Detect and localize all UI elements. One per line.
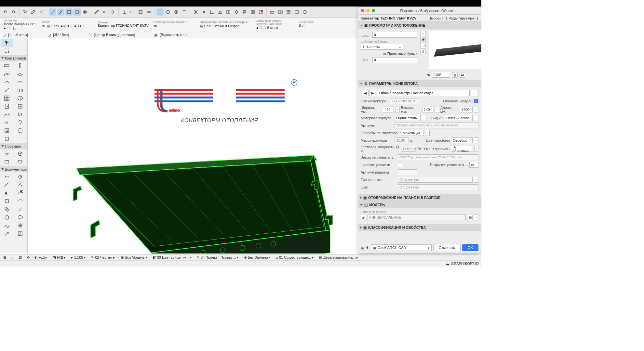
shell-tool[interactable]: [14, 78, 26, 86]
proj3[interactable]: [1, 158, 13, 166]
view2d-value[interactable]: Полный показ: [445, 115, 473, 121]
view-front-icon[interactable]: ▭: [420, 43, 426, 48]
height-chev[interactable]: ›: [435, 107, 439, 112]
object-tool[interactable]: [1, 119, 13, 126]
mesh-tool[interactable]: [14, 94, 26, 102]
lamp-tool[interactable]: [14, 119, 26, 126]
view-iso-icon[interactable]: ◈: [420, 37, 426, 42]
tool-b-icon[interactable]: [129, 8, 136, 16]
proj2[interactable]: [14, 150, 26, 158]
linked-value[interactable]: 1. 1-й этаж: [260, 26, 278, 30]
status-s1[interactable]: ✎02 Чертеж▸: [90, 255, 116, 260]
doc7[interactable]: [1, 205, 13, 213]
length-value[interactable]: 2400: [460, 107, 473, 112]
tab-3d[interactable]: ◫[3D / Все]: [47, 33, 69, 37]
marquee-tool[interactable]: [1, 47, 13, 55]
status-scale[interactable]: ▸1:100▸: [70, 255, 87, 260]
morph2-tool[interactable]: [1, 135, 13, 143]
tab-interaction[interactable]: ⚐[Центр Взаимодействия]: [88, 33, 135, 37]
status-nd1[interactable]: ◐Н/Д▸: [33, 255, 49, 260]
tool-e-icon[interactable]: [165, 8, 172, 16]
document-header[interactable]: Документиро: [0, 166, 27, 172]
z2-input[interactable]: [372, 57, 417, 63]
material-value[interactable]: Оцинк.сталь: [395, 115, 421, 121]
flag-icon[interactable]: [241, 8, 248, 16]
ico8[interactable]: [257, 8, 264, 16]
floor-select[interactable]: 1. 1-й этаж⌄: [361, 44, 403, 50]
status-s7[interactable]: ▤Детализированна...▸: [318, 255, 360, 260]
pencil-icon[interactable]: [30, 8, 37, 16]
geom-icon[interactable]: ▭: [154, 24, 157, 28]
rotate-icon[interactable]: ⟲: [427, 73, 430, 77]
roof-tool[interactable]: [1, 78, 13, 86]
eye-icon[interactable]: 👁: [42, 24, 46, 28]
zoom-icon[interactable]: [372, 9, 375, 12]
height-value[interactable]: 140: [422, 107, 433, 112]
tab-schedule[interactable]: ▦[Ведомость конв: [154, 33, 187, 37]
layer-footer-select[interactable]: ▦Слой ARCHICAD›: [371, 244, 432, 251]
window-tool[interactable]: [14, 102, 26, 110]
layer-value[interactable]: Слой ARCHICAD: [51, 24, 79, 28]
ico3[interactable]: [208, 8, 216, 16]
doc1[interactable]: [1, 173, 13, 181]
profile-color-value[interactable]: Серебро: [451, 137, 473, 143]
nav-expand[interactable]: ›: [471, 90, 477, 96]
fan-value[interactable]: Максимум: [401, 130, 424, 136]
ref-chevron[interactable]: ›: [416, 52, 417, 56]
grid-icon[interactable]: [82, 8, 89, 16]
terrain-tool[interactable]: [1, 110, 13, 118]
ico7[interactable]: [249, 8, 256, 16]
text-tool[interactable]: A: [1, 189, 13, 197]
cancel-button[interactable]: Отменить: [433, 244, 461, 251]
snap1-icon[interactable]: [49, 8, 56, 16]
tool-f-icon[interactable]: [173, 8, 180, 16]
ico13[interactable]: [301, 8, 308, 16]
ico10[interactable]: [277, 8, 284, 16]
morph-tool[interactable]: [14, 110, 26, 118]
ico2[interactable]: [200, 8, 208, 16]
snap2-icon[interactable]: [57, 8, 64, 16]
width-value[interactable]: 420: [383, 107, 394, 112]
nav-prev[interactable]: ◀: [362, 90, 369, 96]
arrow-tool[interactable]: [1, 39, 13, 47]
railing-tool[interactable]: [14, 86, 26, 94]
snap3-icon[interactable]: [65, 8, 73, 16]
z-input[interactable]: [372, 32, 417, 38]
tool-g-icon[interactable]: [181, 8, 188, 16]
length-chev[interactable]: ›: [474, 107, 478, 112]
sb-ico2[interactable]: ⌕: [10, 255, 15, 260]
select-all-icon[interactable]: [156, 8, 164, 16]
status-s3[interactable]: ◧00 Цвет концепту...▸: [152, 255, 193, 260]
rotation-input[interactable]: [432, 72, 450, 78]
sb-ico3[interactable]: ⊡: [18, 255, 23, 260]
wand-icon[interactable]: [38, 8, 45, 16]
opening-tool[interactable]: [14, 127, 26, 135]
doc9[interactable]: [1, 214, 13, 221]
status-s2[interactable]: ▦Вся Модель▸: [119, 255, 149, 260]
ico5[interactable]: [225, 8, 232, 16]
doc13[interactable]: [1, 230, 13, 238]
doc12[interactable]: [14, 222, 26, 229]
width-chev[interactable]: ›: [395, 107, 400, 112]
edge-value[interactable]: U-образный: [451, 146, 473, 152]
doc6[interactable]: [14, 197, 26, 205]
proj1[interactable]: [1, 150, 13, 158]
doc14[interactable]: [14, 230, 26, 238]
nav-next[interactable]: ▶: [369, 90, 376, 96]
status-s4[interactable]: ✎04 Проект - Планы ...▸: [195, 255, 240, 260]
proj4[interactable]: [14, 158, 26, 166]
view-top-icon[interactable]: ▫: [420, 31, 426, 36]
tab-floor[interactable]: ▢[1. 1-й этаж]: [3, 33, 28, 37]
override-value[interactable]: УНИВЕРСАЛЬНОЕ: [368, 214, 466, 220]
tool-c-icon[interactable]: [137, 8, 144, 16]
nav-title[interactable]: Общие параметры конвектора...: [377, 90, 470, 96]
wall-tool[interactable]: [1, 62, 13, 70]
ruler-icon[interactable]: [93, 8, 100, 16]
status-s6[interactable]: ⌂01 Существующе...▸: [275, 255, 315, 260]
update-checkbox[interactable]: ✓: [474, 99, 478, 103]
beam-tool[interactable]: [1, 70, 13, 78]
section-model[interactable]: ◫МОДЕЛЬ: [358, 201, 481, 208]
label-tool[interactable]: A1: [14, 189, 26, 197]
paint-icon[interactable]: 🖌: [361, 215, 366, 220]
section-preview[interactable]: ▦ПРОСМОТР И РАСПОЛОЖЕНИЕ: [358, 22, 481, 29]
